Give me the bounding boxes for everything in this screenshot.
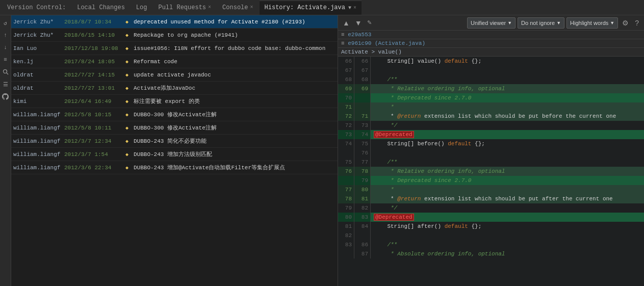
tab-local-changes[interactable]: Local Changes — [72, 1, 130, 15]
diff-line: 7273 */ — [338, 121, 644, 130]
tab-history[interactable]: History: Activate.java ▼ × — [260, 1, 362, 15]
unified-viewer-btn[interactable]: Unified viewer ▼ — [467, 17, 516, 29]
tab-log[interactable]: Log — [131, 1, 152, 15]
sidebar-down-icon[interactable]: ↓ — [1, 43, 10, 52]
svg-line-1 — [6, 73, 8, 74]
ignore-label: Do not ignore — [521, 20, 555, 26]
commit-msg: DUBBO-243 增加@Activate自动加载Filter等集合扩展点 — [134, 164, 336, 171]
settings-icon-btn[interactable]: ⚙ — [620, 19, 631, 27]
line-num-right: 81 — [354, 194, 371, 203]
highlight-btn[interactable]: Highlight words ▼ — [566, 17, 618, 29]
tab-history-dropdown[interactable]: ▼ — [348, 5, 351, 11]
diff-toolbar: ▲ ▼ ✎ Unified viewer ▼ Do not ignore ▼ H… — [338, 15, 644, 31]
line-num-right — [354, 93, 371, 102]
commit-row[interactable]: oldrat2012/7/27 13:01◆Activate添加JavaDoc — [11, 82, 338, 95]
commit-row[interactable]: william.liangf2012/3/7 1:54◆DUBBO-243 增加… — [11, 148, 338, 161]
sidebar-up-icon[interactable]: ↑ — [1, 31, 10, 40]
commit-row[interactable]: william.liangf2012/3/6 22:34◆DUBBO-243 增… — [11, 161, 338, 174]
line-num-right: 86 — [354, 240, 371, 249]
commit-msg: Reformat code — [134, 59, 336, 65]
commit-row[interactable]: Jerrick Zhu*2018/8/7 10:34◆deprecated un… — [11, 15, 338, 29]
commit-date: 2012/3/6 22:34 — [64, 165, 125, 171]
line-num-right: 78 — [354, 167, 371, 176]
line-num-left: 82 — [338, 231, 354, 240]
help-icon-btn[interactable]: ? — [633, 19, 641, 27]
hash1-label: ≡ — [341, 32, 348, 38]
commit-row[interactable]: kimi2012/6/4 16:49◆标注需要被 export 的类 — [11, 95, 338, 108]
diff-line: 7982 */ — [338, 203, 644, 213]
tab-console-close[interactable]: × — [250, 5, 253, 10]
line-num-left: 69 — [338, 84, 354, 93]
tab-pull-requests-close[interactable]: × — [208, 5, 211, 10]
line-num-right: 77 — [354, 158, 371, 167]
commit-author: william.liangf — [13, 151, 64, 158]
commit-row[interactable]: Ian Luo2017/12/18 19:08◆issue#1056: I18N… — [11, 42, 338, 55]
unified-viewer-dropdown-icon: ▼ — [507, 20, 512, 25]
line-num-left: 79 — [338, 203, 354, 213]
line-num-left: 80 — [338, 213, 354, 222]
line-num-right — [354, 231, 371, 240]
diff-next-btn[interactable]: ▼ — [353, 17, 364, 29]
line-content: /** — [371, 158, 644, 167]
line-content: * Relative ordering info, optional — [371, 84, 644, 93]
diff-line: 7780 * — [338, 185, 644, 194]
line-num-left: 71 — [338, 102, 354, 112]
line-num-right: 84 — [354, 222, 371, 231]
line-num-right: 87 — [354, 249, 371, 258]
diff-line: 79 * Deprecated since 2.7.0 — [338, 176, 644, 185]
breadcrumb-label: Activate > value() — [341, 49, 402, 55]
highlight-dropdown-icon: ▼ — [610, 20, 614, 25]
tab-console-label: Console — [222, 4, 248, 11]
sidebar-search-icon[interactable] — [1, 67, 10, 76]
diff-prev-btn[interactable]: ▲ — [341, 17, 351, 29]
commit-diamond-icon: ◆ — [125, 112, 132, 118]
diff-line: 6666 String[] value() default {}; — [338, 57, 644, 66]
commit-msg: DUBBO-243 增加方法级别匹配 — [134, 150, 336, 158]
sidebar-refresh-icon[interactable]: ↺ — [1, 18, 10, 28]
commit-row[interactable]: Jerrick Zhu*2018/6/15 14:10◆Repackage to… — [11, 29, 338, 42]
deprecated-annotation: @Deprecated — [374, 131, 414, 138]
tab-pull-requests[interactable]: Pull Requests × — [153, 1, 216, 15]
sidebar-icons: ↺ ↑ ↓ ≡ ☰ — [0, 15, 11, 286]
diff-line: 87 * Absolute ordering info, optional — [338, 249, 644, 258]
line-num-right: 68 — [354, 75, 371, 84]
commit-msg: issue#1056: I18N effort for dubbo code b… — [134, 45, 336, 51]
commit-msg: DUBBO-300 修改Activate注解 — [134, 124, 336, 132]
tab-version-control[interactable]: Version Control: — [2, 1, 71, 15]
diff-code-area[interactable]: 6666 String[] value() default {};6767686… — [338, 57, 644, 286]
commit-msg: Activate添加JavaDoc — [134, 84, 336, 92]
commit-row[interactable]: william.liangf2012/5/8 10:11◆DUBBO-300 修… — [11, 121, 338, 135]
diff-line: 7271 * @return extension list which shou… — [338, 112, 644, 121]
highlight-label: Highlight words — [570, 20, 608, 26]
tab-log-label: Log — [136, 4, 147, 11]
commit-row[interactable]: william.liangf2012/3/7 12:34◆DUBBO-243 简… — [11, 135, 338, 148]
diff-line: 8184 String[] after() default {}; — [338, 222, 644, 231]
diff-edit-btn[interactable]: ✎ — [366, 17, 373, 29]
commit-author: Jerrick Zhu* — [13, 32, 64, 38]
diff-line: 7374@Deprecated — [338, 130, 644, 139]
commit-date: 2012/5/8 10:11 — [64, 125, 125, 131]
tab-bar: Version Control: Local Changes Log Pull … — [0, 0, 644, 15]
line-num-left: 75 — [338, 158, 354, 167]
line-num-right: 69 — [354, 84, 371, 93]
line-content — [371, 231, 644, 240]
diff-panel: ▲ ▼ ✎ Unified viewer ▼ Do not ignore ▼ H… — [338, 15, 644, 286]
line-content — [371, 66, 644, 75]
diff-line: 6767 — [338, 66, 644, 75]
ignore-btn[interactable]: Do not ignore ▼ — [518, 17, 564, 29]
commit-date: 2012/3/7 1:54 — [64, 151, 125, 158]
commit-row[interactable]: ken.lj2017/8/24 18:05◆Reformat code — [11, 55, 338, 68]
tab-history-close[interactable]: × — [353, 5, 356, 11]
commit-row[interactable]: william.liangf2012/5/8 10:15◆DUBBO-300 修… — [11, 108, 338, 121]
sidebar-bookmark-icon[interactable]: ☰ — [1, 80, 10, 89]
sidebar-github-icon[interactable] — [1, 92, 10, 101]
commit-date: 2012/5/8 10:15 — [64, 112, 125, 118]
commit-author: william.liangf — [13, 112, 64, 118]
line-num-right: 76 — [354, 148, 371, 158]
diff-line: 70 * Deprecated since 2.7.0 — [338, 93, 644, 102]
commit-diamond-icon: ◆ — [125, 45, 132, 51]
tab-console[interactable]: Console × — [217, 1, 258, 15]
line-num-left: 72 — [338, 121, 354, 130]
sidebar-filter-icon[interactable]: ≡ — [1, 55, 10, 64]
commit-row[interactable]: oldrat2012/7/27 14:15◆update activate ja… — [11, 68, 338, 82]
